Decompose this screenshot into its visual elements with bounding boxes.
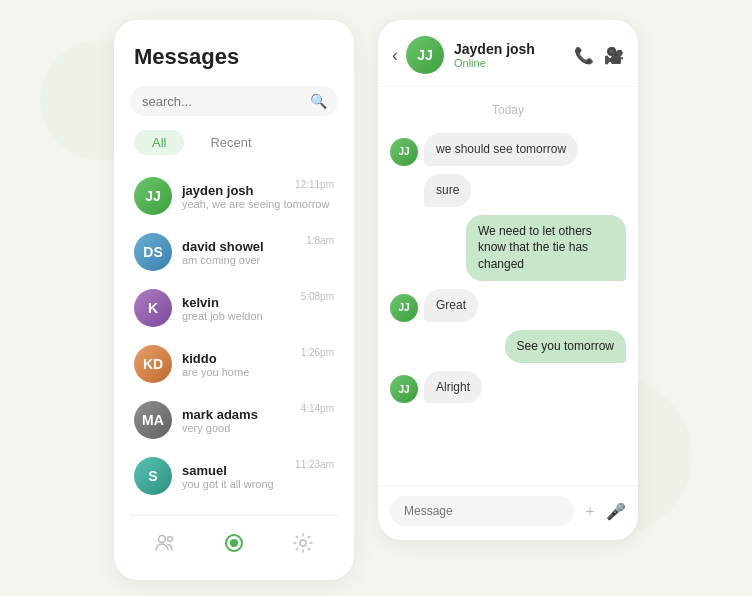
contact-item-samuel[interactable]: S samuel you got it all wrong 11:23am xyxy=(130,449,338,503)
contact-item-david[interactable]: DS david showel am coming over 1:8am xyxy=(130,225,338,279)
nav-people[interactable] xyxy=(146,528,184,564)
header-actions: 📞 🎥 xyxy=(574,46,624,65)
back-button[interactable]: ‹ xyxy=(392,45,398,66)
contact-preview-kiddo: are you home xyxy=(182,366,334,378)
bubble-6: Alright xyxy=(424,371,482,404)
svg-point-1 xyxy=(167,537,172,542)
chat-avatar: JJ xyxy=(406,36,444,74)
contact-list: JJ jayden josh yeah, we are seeing tomor… xyxy=(130,169,338,503)
contact-preview-mark: very good xyxy=(182,422,334,434)
bubble-5: See you tomorrow xyxy=(505,330,626,363)
contact-time-mark: 4:14pm xyxy=(301,403,334,414)
search-input[interactable] xyxy=(142,94,310,109)
messages-area: Today JJ we should see tomorrow sure We … xyxy=(378,87,638,485)
search-icon: 🔍 xyxy=(310,93,327,109)
contact-time-kiddo: 1:26pm xyxy=(301,347,334,358)
svg-point-4 xyxy=(300,540,306,546)
avatar-kiddo: KD xyxy=(134,345,172,383)
msg-avatar-6: JJ xyxy=(390,375,418,403)
bottom-nav xyxy=(130,515,338,564)
bubble-2: sure xyxy=(424,174,471,207)
msg-row-4: JJ Great xyxy=(390,289,626,322)
app-container: Messages 🔍 All Recent JJ jayden josh yea… xyxy=(94,0,658,596)
chat-panel: ‹ JJ Jayden josh Online 📞 🎥 Today JJ we … xyxy=(378,20,638,540)
contact-preview-jayden: yeah, we are seeing tomorrow xyxy=(182,198,334,210)
nav-settings[interactable] xyxy=(284,528,322,564)
video-button[interactable]: 🎥 xyxy=(604,46,624,65)
chat-status: Online xyxy=(454,57,574,69)
chat-input-area: ＋ 🎤 xyxy=(378,485,638,540)
contact-preview-kelvin: great job weldon xyxy=(182,310,334,322)
msg-row-2: sure xyxy=(390,174,626,207)
filter-tabs: All Recent xyxy=(130,130,338,155)
date-divider: Today xyxy=(390,103,626,117)
panel-title: Messages xyxy=(130,44,338,70)
msg-row-6: JJ Alright xyxy=(390,371,626,404)
contact-preview-samuel: you got it all wrong xyxy=(182,478,334,490)
chat-header-info: Jayden josh Online xyxy=(454,41,574,69)
svg-point-0 xyxy=(158,536,165,543)
contact-preview-david: am coming over xyxy=(182,254,334,266)
bubble-1: we should see tomorrow xyxy=(424,133,578,166)
msg-row-5: See you tomorrow xyxy=(390,330,626,363)
call-button[interactable]: 📞 xyxy=(574,46,594,65)
contact-time-david: 1:8am xyxy=(306,235,334,246)
chat-contact-name: Jayden josh xyxy=(454,41,574,57)
chat-header: ‹ JJ Jayden josh Online 📞 🎥 xyxy=(378,20,638,87)
search-bar: 🔍 xyxy=(130,86,338,116)
filter-tab-recent[interactable]: Recent xyxy=(192,130,269,155)
contact-time-kelvin: 5:08pm xyxy=(301,291,334,302)
filter-tab-all[interactable]: All xyxy=(134,130,184,155)
svg-point-3 xyxy=(230,539,238,547)
nav-messages[interactable] xyxy=(215,528,253,564)
avatar-samuel: S xyxy=(134,457,172,495)
avatar-jayden: JJ xyxy=(134,177,172,215)
contact-time-jayden: 12:11pm xyxy=(295,179,334,190)
msg-row-3: We need to let others know that the tie … xyxy=(390,215,626,281)
msg-row-1: JJ we should see tomorrow xyxy=(390,133,626,166)
mic-icon[interactable]: 🎤 xyxy=(606,502,626,521)
msg-avatar-1: JJ xyxy=(390,138,418,166)
msg-avatar-4: JJ xyxy=(390,294,418,322)
messages-panel: Messages 🔍 All Recent JJ jayden josh yea… xyxy=(114,20,354,580)
contact-item-mark[interactable]: MA mark adams very good 4:14pm xyxy=(130,393,338,447)
contact-item-kelvin[interactable]: K kelvin great job weldon 5:08pm xyxy=(130,281,338,335)
avatar-kelvin: K xyxy=(134,289,172,327)
contact-item-kiddo[interactable]: KD kiddo are you home 1:26pm xyxy=(130,337,338,391)
bubble-4: Great xyxy=(424,289,478,322)
add-icon[interactable]: ＋ xyxy=(582,501,598,522)
contact-item-jayden[interactable]: JJ jayden josh yeah, we are seeing tomor… xyxy=(130,169,338,223)
avatar-david: DS xyxy=(134,233,172,271)
message-input[interactable] xyxy=(390,496,574,526)
avatar-mark: MA xyxy=(134,401,172,439)
contact-time-samuel: 11:23am xyxy=(295,459,334,470)
bubble-3: We need to let others know that the tie … xyxy=(466,215,626,281)
